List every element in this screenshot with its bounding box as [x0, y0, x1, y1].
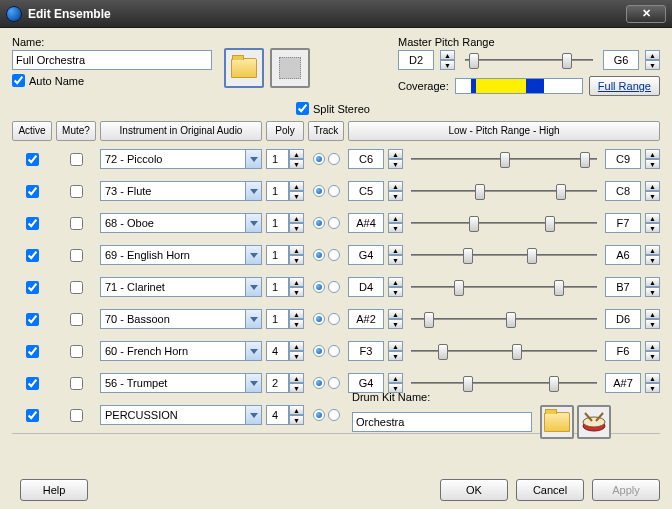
- mute-checkbox[interactable]: [70, 345, 83, 358]
- range-slider[interactable]: [407, 213, 601, 233]
- combo-dropdown-button[interactable]: [245, 405, 262, 425]
- header-mute[interactable]: Mute?: [56, 121, 96, 141]
- range-slider[interactable]: [407, 309, 601, 329]
- instrument-combo[interactable]: 72 - Piccolo: [100, 149, 262, 169]
- poly-spinner[interactable]: 4 ▲▼: [266, 405, 304, 425]
- ok-button[interactable]: OK: [440, 479, 508, 501]
- track-radio-2[interactable]: [328, 153, 340, 165]
- range-slider[interactable]: [407, 277, 601, 297]
- pitch-high-spinner[interactable]: ▲▼: [645, 50, 660, 70]
- poly-value[interactable]: 1: [266, 213, 289, 233]
- low-value[interactable]: C6: [348, 149, 384, 169]
- high-value[interactable]: F7: [605, 213, 641, 233]
- mute-checkbox[interactable]: [70, 313, 83, 326]
- full-range-button[interactable]: Full Range: [589, 76, 660, 96]
- poly-value[interactable]: 1: [266, 277, 289, 297]
- range-slider[interactable]: [407, 373, 601, 393]
- split-stereo-checkbox[interactable]: [296, 102, 309, 115]
- instrument-combo[interactable]: 56 - Trumpet: [100, 373, 262, 393]
- instrument-field[interactable]: 70 - Bassoon: [100, 309, 245, 329]
- active-checkbox[interactable]: [26, 345, 39, 358]
- mute-checkbox[interactable]: [70, 409, 83, 422]
- active-checkbox[interactable]: [26, 313, 39, 326]
- instrument-field[interactable]: 56 - Trumpet: [100, 373, 245, 393]
- instrument-field[interactable]: 71 - Clarinet: [100, 277, 245, 297]
- combo-dropdown-button[interactable]: [245, 277, 262, 297]
- track-radio-1[interactable]: [313, 249, 325, 261]
- apply-button[interactable]: Apply: [592, 479, 660, 501]
- high-spinner[interactable]: ▲▼: [645, 309, 660, 329]
- track-radio-1[interactable]: [313, 185, 325, 197]
- low-value[interactable]: G4: [348, 373, 384, 393]
- low-value[interactable]: A#4: [348, 213, 384, 233]
- low-spinner[interactable]: ▲▼: [388, 213, 403, 233]
- header-track[interactable]: Track: [308, 121, 344, 141]
- auto-name-checkbox[interactable]: [12, 74, 25, 87]
- poly-value[interactable]: 4: [266, 405, 289, 425]
- instrument-field[interactable]: 69 - English Horn: [100, 245, 245, 265]
- low-spinner[interactable]: ▲▼: [388, 181, 403, 201]
- track-radio-2[interactable]: [328, 281, 340, 293]
- instrument-combo[interactable]: 71 - Clarinet: [100, 277, 262, 297]
- track-radio-1[interactable]: [313, 217, 325, 229]
- low-value[interactable]: G4: [348, 245, 384, 265]
- header-active[interactable]: Active: [12, 121, 52, 141]
- combo-dropdown-button[interactable]: [245, 373, 262, 393]
- combo-dropdown-button[interactable]: [245, 245, 262, 265]
- active-checkbox[interactable]: [26, 281, 39, 294]
- high-value[interactable]: C8: [605, 181, 641, 201]
- poly-value[interactable]: 2: [266, 373, 289, 393]
- cancel-button[interactable]: Cancel: [516, 479, 584, 501]
- instrument-field[interactable]: PERCUSSION: [100, 405, 245, 425]
- mute-checkbox[interactable]: [70, 153, 83, 166]
- active-checkbox[interactable]: [26, 217, 39, 230]
- high-spinner[interactable]: ▲▼: [645, 181, 660, 201]
- pitch-low-value[interactable]: D2: [398, 50, 434, 70]
- low-spinner[interactable]: ▲▼: [388, 309, 403, 329]
- active-checkbox[interactable]: [26, 153, 39, 166]
- track-radio-1[interactable]: [313, 409, 325, 421]
- low-spinner[interactable]: ▲▼: [388, 149, 403, 169]
- track-radio-1[interactable]: [313, 313, 325, 325]
- poly-spinner[interactable]: 2▲▼: [266, 373, 304, 393]
- track-radio-2[interactable]: [328, 313, 340, 325]
- drum-folder-button[interactable]: [540, 405, 574, 439]
- combo-dropdown-button[interactable]: [245, 181, 262, 201]
- drum-kit-input[interactable]: [352, 412, 532, 432]
- instrument-field[interactable]: 60 - French Horn: [100, 341, 245, 361]
- instrument-combo[interactable]: 68 - Oboe: [100, 213, 262, 233]
- track-radio-1[interactable]: [313, 281, 325, 293]
- instrument-combo[interactable]: 70 - Bassoon: [100, 309, 262, 329]
- active-checkbox[interactable]: [26, 249, 39, 262]
- low-value[interactable]: D4: [348, 277, 384, 297]
- high-spinner[interactable]: ▲▼: [645, 213, 660, 233]
- track-radio-2[interactable]: [328, 217, 340, 229]
- high-spinner[interactable]: ▲▼: [645, 149, 660, 169]
- drum-kit-button[interactable]: [577, 405, 611, 439]
- track-radio-1[interactable]: [313, 153, 325, 165]
- instrument-combo[interactable]: PERCUSSION: [100, 405, 262, 425]
- high-spinner[interactable]: ▲▼: [645, 341, 660, 361]
- poly-spinner[interactable]: 1▲▼: [266, 277, 304, 297]
- instrument-field[interactable]: 73 - Flute: [100, 181, 245, 201]
- poly-spinner[interactable]: 1▲▼: [266, 309, 304, 329]
- track-radio-1[interactable]: [313, 377, 325, 389]
- instrument-field[interactable]: 72 - Piccolo: [100, 149, 245, 169]
- close-button[interactable]: ✕: [626, 5, 666, 23]
- combo-dropdown-button[interactable]: [245, 309, 262, 329]
- combo-dropdown-button[interactable]: [245, 149, 262, 169]
- active-checkbox[interactable]: [26, 409, 39, 422]
- low-spinner[interactable]: ▲▼: [388, 277, 403, 297]
- poly-spinner[interactable]: 1▲▼: [266, 213, 304, 233]
- range-slider[interactable]: [407, 341, 601, 361]
- name-input[interactable]: [12, 50, 212, 70]
- poly-value[interactable]: 1: [266, 245, 289, 265]
- combo-dropdown-button[interactable]: [245, 341, 262, 361]
- poly-spinner[interactable]: 1▲▼: [266, 245, 304, 265]
- track-radio-2[interactable]: [328, 345, 340, 357]
- track-radio-2[interactable]: [328, 185, 340, 197]
- master-pitch-slider[interactable]: [461, 50, 597, 70]
- instrument-field[interactable]: 68 - Oboe: [100, 213, 245, 233]
- active-checkbox[interactable]: [26, 185, 39, 198]
- track-radio-2[interactable]: [328, 409, 340, 421]
